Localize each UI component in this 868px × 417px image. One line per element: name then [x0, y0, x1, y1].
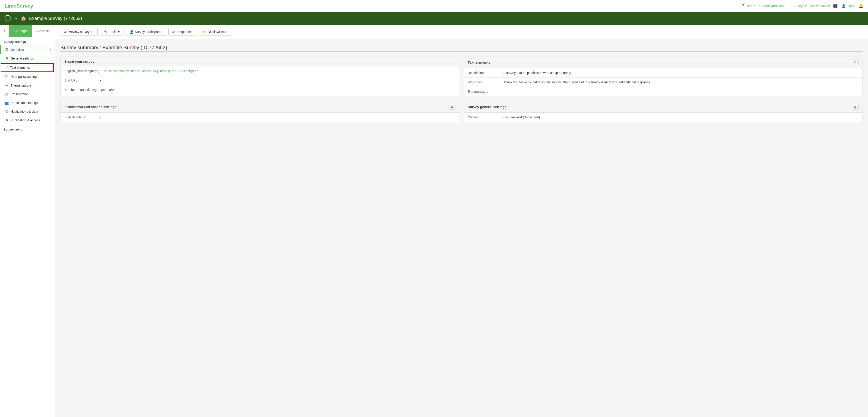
sidebar-label-publication-access: Publication & access: [10, 118, 40, 122]
home-icon[interactable]: 🏠: [21, 15, 26, 21]
survey-general-settings-card-body: Owner: usp (zaslavsk@sdsc.edu): [464, 113, 863, 122]
text-elements-card-body: Description: A survey that helps show ho…: [464, 68, 863, 96]
publication-access-card-header: Publication and access settings: ⚙: [61, 101, 459, 113]
tools-label: Tools: [109, 30, 117, 34]
cards-grid: Share your survey English (Base language…: [60, 57, 863, 122]
user-menu[interactable]: 👤 usp ▾: [842, 4, 854, 8]
welcome-value: Thank you for participating in this surv…: [503, 81, 859, 84]
publication-access-icon: ⚙: [5, 118, 9, 122]
questions-label: Number of questions/groups:: [64, 88, 105, 92]
description-label: Description:: [468, 71, 500, 75]
loading-spinner: [5, 15, 11, 22]
tools-chevron-icon: ▾: [118, 30, 120, 34]
participant-settings-icon: 👥: [5, 101, 9, 105]
help-menu[interactable]: ❓ Help ▾: [741, 4, 755, 8]
participants-label: Survey participants: [135, 30, 162, 34]
tab-structure[interactable]: Structure: [32, 25, 55, 37]
start-datetime-label: Start date/time:: [64, 116, 96, 119]
brand-area: LimeSurvey: [5, 3, 33, 9]
survey-general-settings-card: Survey general settings ⚙ Owner: usp (za…: [464, 101, 863, 122]
share-survey-card-body: English (Base language): https://limesur…: [61, 66, 459, 94]
user-chevron-icon: ▾: [852, 4, 854, 8]
preview-icon: ⚙: [63, 30, 66, 34]
sidebar-item-overview[interactable]: ☰ Overview ›: [0, 45, 55, 54]
welcome-row: Welcome: Thank you for participating in …: [464, 77, 863, 87]
survey-general-settings-gear-button[interactable]: ⚙: [852, 104, 859, 110]
text-elements-icon: 📄: [4, 66, 8, 69]
sidebar-item-participant-settings[interactable]: 👥 Participant settings: [0, 98, 55, 107]
start-datetime-value: -: [100, 116, 456, 119]
sidebar-item-publication-access[interactable]: ⚙ Publication & access: [0, 116, 55, 125]
general-settings-icon: ⚙: [5, 57, 9, 60]
configuration-chevron-icon: ▾: [783, 4, 785, 8]
active-surveys-link[interactable]: Active surveys 2: [811, 4, 838, 8]
responses-button[interactable]: ◎ Responses: [168, 28, 196, 36]
publication-access-gear-button[interactable]: ⚙: [448, 104, 456, 110]
overview-icon: ☰: [5, 48, 9, 52]
chevron-right-icon: ›: [50, 48, 51, 52]
share-survey-card-header: Share your survey: [61, 57, 459, 66]
breadcrumb-arrow-icon: →: [14, 16, 18, 21]
language-label: English (Base language):: [64, 69, 100, 73]
configuration-menu[interactable]: ⚙ Configuration ▾: [759, 4, 784, 8]
share-survey-card: Share your survey English (Base language…: [60, 57, 459, 96]
top-navigation: LimeSurvey ❓ Help ▾ ⚙ Configuration ▾ ☰ …: [0, 0, 868, 12]
responses-label: Responses: [176, 30, 192, 34]
tab-settings[interactable]: Settings: [9, 25, 32, 37]
sidebar-label-text-elements: Text elements: [10, 66, 30, 69]
participants-icon: 👤: [130, 30, 133, 34]
share-survey-endurl-row: End URL: -: [61, 76, 459, 85]
configuration-icon: ⚙: [759, 4, 762, 8]
sidebar-item-data-policy[interactable]: 🛡 Data policy settings: [0, 72, 55, 81]
external-link-icon: ↗: [91, 30, 94, 34]
sidebar-back-button[interactable]: ‹: [0, 25, 9, 37]
sidebar-tabs: ‹ Settings Structure: [0, 25, 55, 37]
welcome-label: Welcome:: [468, 81, 500, 84]
end-message-label: End message:: [468, 90, 500, 93]
owner-label: Owner:: [468, 116, 500, 119]
share-survey-questions-row: Number of questions/groups: 0/0: [61, 85, 459, 94]
preview-label: Preview survey: [68, 30, 90, 34]
survey-url-link[interactable]: https://limesurvey.sdsc.edu/limesurvey/i…: [104, 69, 455, 73]
sidebar-item-presentation[interactable]: ◎ Presentation: [0, 90, 55, 98]
sidebar-label-participant-settings: Participant settings: [10, 101, 37, 105]
sidebar-item-theme-options[interactable]: ✏ Theme options: [0, 81, 55, 90]
main-content: ⚙ Preview survey ↗ 🔧 Tools ▾ 👤 Survey pa…: [55, 25, 868, 417]
survey-general-settings-title: Survey general settings: [468, 105, 506, 109]
page-title-underline: [60, 52, 863, 52]
surveys-chevron-icon: ▾: [805, 4, 807, 8]
end-message-row: End message:: [464, 87, 863, 96]
page-title: Survey summary : Example Survey (ID 7726…: [60, 45, 863, 51]
sidebar-item-general-settings[interactable]: ⚙ General settings: [0, 54, 55, 63]
publication-access-card-body: Start date/time: -: [61, 113, 459, 122]
sidebar-item-text-elements[interactable]: 📄 Text elements: [1, 63, 54, 72]
notifications-icon: 📡: [5, 110, 9, 114]
publication-access-card: Publication and access settings: ⚙ Start…: [60, 101, 459, 122]
description-value: A survey that helps show how to setup a …: [503, 71, 859, 75]
display-export-icon: 📁: [203, 30, 207, 34]
share-survey-title: Share your survey: [64, 60, 94, 63]
sidebar-label-data-policy: Data policy settings: [10, 75, 38, 78]
notifications-bell-icon[interactable]: 🔔: [858, 3, 863, 8]
text-elements-gear-button[interactable]: ⚙: [852, 60, 859, 65]
tools-button[interactable]: 🔧 Tools ▾: [100, 28, 123, 36]
sidebar-label-notifications: Notifications & data: [10, 110, 38, 114]
display-export-button[interactable]: 📁 Display/Export: [198, 28, 232, 36]
sidebar-section-title: Survey settings: [0, 37, 55, 45]
data-policy-icon: 🛡: [5, 75, 9, 78]
survey-participants-button[interactable]: 👤 Survey participants: [126, 28, 166, 36]
active-surveys-badge: 2: [833, 4, 838, 8]
survey-general-settings-card-header: Survey general settings ⚙: [464, 101, 863, 113]
sidebar-item-notifications[interactable]: 📡 Notifications & data: [0, 107, 55, 116]
sidebar-label-theme-options: Theme options: [10, 84, 32, 87]
surveys-menu[interactable]: ☰ Surveys ▾: [789, 4, 807, 8]
endurl-value: -: [100, 78, 456, 82]
share-survey-language-row: English (Base language): https://limesur…: [61, 66, 459, 76]
help-chevron-icon: ▾: [753, 4, 755, 8]
description-row: Description: A survey that helps show ho…: [464, 68, 863, 77]
text-elements-card: Text elements: ⚙ Description: A survey t…: [464, 57, 863, 96]
owner-value: usp (zaslavsk@sdsc.edu): [503, 116, 859, 119]
sidebar: ‹ Settings Structure Survey settings ☰ O…: [0, 25, 55, 417]
responses-icon: ◎: [172, 30, 175, 34]
preview-survey-button[interactable]: ⚙ Preview survey ↗: [60, 28, 98, 36]
